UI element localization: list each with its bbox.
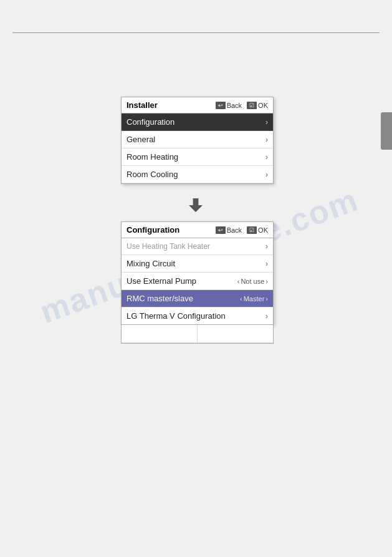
room-heating-row[interactable]: Room Heating › xyxy=(122,148,273,166)
room-heating-chevron: › xyxy=(265,153,268,162)
room-cooling-label: Room Cooling xyxy=(127,170,178,179)
rmc-master-slave-row[interactable]: RMC master/slave ‹ Master › xyxy=(122,290,273,308)
more-chevron-2: › xyxy=(265,295,268,303)
installer-panel: Installer ↩ Back ☑ OK Configuration › Ge… xyxy=(121,97,274,184)
ok-control[interactable]: ☑ OK xyxy=(247,102,268,109)
top-divider xyxy=(12,32,380,33)
rmc-master-slave-label: RMC master/slave xyxy=(127,294,193,303)
room-cooling-row[interactable]: Room Cooling › xyxy=(122,166,273,183)
back-icon: ↩ xyxy=(216,102,226,109)
side-tab xyxy=(381,112,392,150)
configuration-title: Configuration xyxy=(127,225,179,235)
use-external-pump-value: ‹ Not use › xyxy=(237,278,268,285)
use-external-pump-row[interactable]: Use External Pump ‹ Not use › xyxy=(122,273,273,290)
mixing-circuit-chevron: › xyxy=(265,259,268,268)
back-icon-2: ↩ xyxy=(216,226,226,234)
installer-controls: ↩ Back ☑ OK xyxy=(216,102,268,109)
back-control-2[interactable]: ↩ Back xyxy=(216,226,242,234)
ok-icon-2: ☑ xyxy=(247,226,257,234)
down-arrow xyxy=(189,198,203,212)
configuration-label: Configuration xyxy=(127,117,174,127)
use-heating-tank-heater-chevron: › xyxy=(265,242,268,251)
configuration-row[interactable]: Configuration › xyxy=(122,114,273,131)
configuration-chevron: › xyxy=(265,118,268,127)
rmc-master-slave-value: ‹ Master › xyxy=(240,295,268,303)
back-control[interactable]: ↩ Back xyxy=(216,102,242,109)
general-row[interactable]: General › xyxy=(122,131,273,148)
bottom-cell-2 xyxy=(198,325,273,342)
bottom-panel xyxy=(121,324,274,344)
use-external-pump-label: Use External Pump xyxy=(127,276,196,286)
bottom-panel-row xyxy=(122,325,273,343)
general-label: General xyxy=(127,135,155,144)
lg-therma-v-row[interactable]: LG Therma V Configuration › xyxy=(122,308,273,325)
bottom-cell-1 xyxy=(122,325,198,342)
arrow-body xyxy=(189,198,203,212)
lg-therma-v-chevron: › xyxy=(265,312,268,321)
room-cooling-chevron: › xyxy=(265,170,268,179)
installer-title: Installer xyxy=(127,100,158,110)
room-heating-label: Room Heating xyxy=(127,152,178,162)
lg-therma-v-label: LG Therma V Configuration xyxy=(127,311,226,321)
general-chevron: › xyxy=(265,135,268,144)
ok-control-2[interactable]: ☑ OK xyxy=(247,226,268,234)
mixing-circuit-row[interactable]: Mixing Circuit › xyxy=(122,255,273,273)
ok-icon: ☑ xyxy=(247,102,257,109)
use-heating-tank-heater-row[interactable]: Use Heating Tank Heater › xyxy=(122,238,273,255)
configuration-panel-header: Configuration ↩ Back ☑ OK xyxy=(122,222,273,238)
use-heating-tank-heater-label: Use Heating Tank Heater xyxy=(127,242,210,251)
configuration-panel: Configuration ↩ Back ☑ OK Use Heating Ta… xyxy=(121,221,274,326)
less-chevron: ‹ xyxy=(237,278,240,285)
mixing-circuit-label: Mixing Circuit xyxy=(127,259,175,268)
configuration-controls: ↩ Back ☑ OK xyxy=(216,226,268,234)
installer-panel-header: Installer ↩ Back ☑ OK xyxy=(122,97,273,114)
less-chevron-2: ‹ xyxy=(240,295,242,303)
more-chevron: › xyxy=(265,278,268,285)
